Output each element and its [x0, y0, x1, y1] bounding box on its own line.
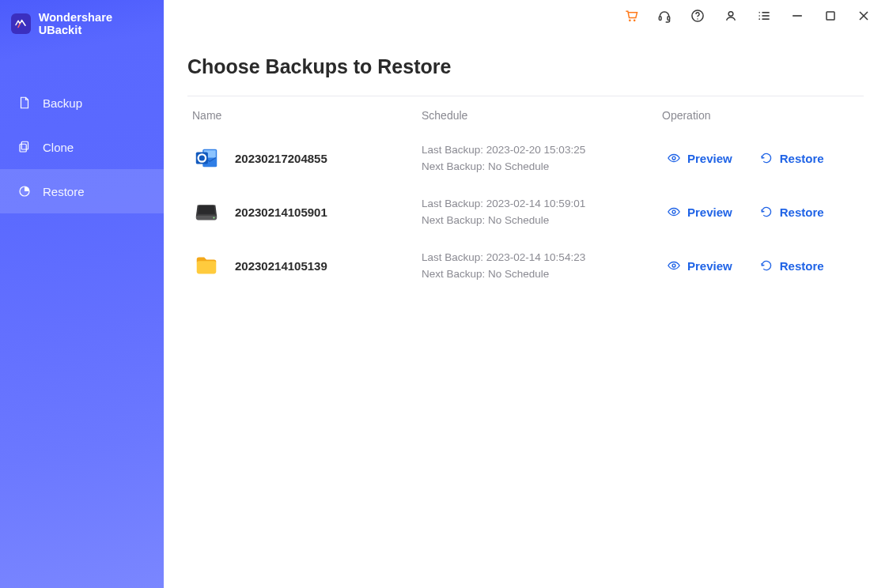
- svg-point-24: [672, 156, 675, 160]
- restore-label: Restore: [780, 152, 824, 165]
- svg-point-8: [697, 18, 698, 20]
- last-backup: Last Backup: 2023-02-14 10:54:23: [422, 251, 659, 263]
- backup-name: 20230217204855: [235, 152, 327, 165]
- app-title: Wondershare UBackit: [39, 11, 153, 36]
- sidebar-item-clone[interactable]: Clone: [0, 125, 164, 169]
- svg-point-4: [634, 20, 636, 22]
- sidebar-item-restore[interactable]: Restore: [0, 169, 164, 213]
- file-icon: [17, 96, 32, 110]
- col-schedule: Schedule: [422, 109, 659, 122]
- next-backup: Next Backup: No Schedule: [422, 160, 659, 172]
- cart-icon[interactable]: [623, 8, 639, 24]
- svg-point-26: [213, 217, 214, 219]
- menu-list-icon[interactable]: [756, 8, 772, 24]
- restore-label: Restore: [780, 205, 824, 219]
- preview-label: Preview: [687, 152, 732, 165]
- sidebar-item-label: Clone: [43, 141, 74, 154]
- folder-icon: [192, 251, 221, 280]
- svg-rect-1: [20, 144, 26, 152]
- cell-schedule: Last Backup: 2023-02-20 15:03:25 Next Ba…: [422, 144, 659, 172]
- preview-button[interactable]: Preview: [667, 205, 732, 219]
- restore-label: Restore: [780, 259, 824, 273]
- svg-point-15: [758, 18, 760, 20]
- svg-point-29: [672, 264, 675, 267]
- next-backup: Next Backup: No Schedule: [422, 268, 659, 280]
- svg-rect-6: [668, 17, 670, 21]
- app-window: Wondershare UBackit Backup Clone Restore: [0, 0, 889, 588]
- col-operation: Operation: [659, 109, 864, 122]
- last-backup: Last Backup: 2023-02-14 10:59:01: [422, 198, 659, 209]
- svg-point-3: [629, 20, 631, 22]
- backup-name: 20230214105901: [235, 205, 327, 219]
- restore-button[interactable]: Restore: [759, 258, 824, 273]
- cell-schedule: Last Backup: 2023-02-14 10:59:01 Next Ba…: [422, 198, 659, 226]
- minimize-icon[interactable]: [789, 8, 805, 24]
- main: Choose Backups to Restore Name Schedule …: [164, 0, 889, 588]
- svg-point-9: [728, 12, 733, 17]
- svg-point-14: [758, 15, 760, 17]
- copy-icon: [17, 140, 32, 154]
- svg-rect-5: [659, 17, 661, 21]
- disk-icon: [192, 198, 221, 226]
- headset-icon[interactable]: [656, 8, 672, 24]
- preview-label: Preview: [687, 259, 732, 273]
- sidebar-item-backup[interactable]: Backup: [0, 81, 164, 125]
- restore-button[interactable]: Restore: [759, 205, 824, 219]
- brand: Wondershare UBackit: [0, 8, 164, 51]
- cell-schedule: Last Backup: 2023-02-14 10:54:23 Next Ba…: [422, 251, 659, 280]
- col-name: Name: [192, 109, 422, 122]
- svg-rect-17: [827, 12, 834, 20]
- svg-rect-28: [197, 261, 217, 273]
- last-backup: Last Backup: 2023-02-20 15:03:25: [422, 144, 659, 156]
- window-toolbar: [164, 0, 889, 32]
- next-backup: Next Backup: No Schedule: [422, 214, 659, 226]
- pie-icon: [17, 184, 32, 198]
- sidebar: Wondershare UBackit Backup Clone Restore: [0, 0, 164, 588]
- cell-operation: Preview Restore: [659, 151, 864, 165]
- backup-table: Name Schedule Operation 20230217204855 L…: [164, 96, 889, 292]
- preview-label: Preview: [687, 205, 732, 219]
- svg-point-27: [672, 210, 675, 213]
- cell-name: 20230214105901: [192, 198, 422, 226]
- restore-button[interactable]: Restore: [759, 151, 824, 165]
- outlook-icon: [192, 144, 221, 172]
- page-title: Choose Backups to Restore: [164, 32, 889, 96]
- cell-operation: Preview Restore: [659, 258, 864, 273]
- table-header: Name Schedule Operation: [187, 96, 864, 131]
- app-logo-icon: [11, 13, 31, 34]
- close-icon[interactable]: [856, 8, 872, 24]
- svg-point-13: [758, 12, 760, 13]
- sidebar-item-label: Backup: [43, 96, 82, 110]
- cell-operation: Preview Restore: [659, 205, 864, 219]
- sidebar-nav: Backup Clone Restore: [0, 81, 164, 213]
- cell-name: 20230217204855: [192, 144, 422, 172]
- preview-button[interactable]: Preview: [667, 258, 732, 273]
- table-row: 20230217204855 Last Backup: 2023-02-20 1…: [187, 131, 864, 185]
- table-row: 20230214105901 Last Backup: 2023-02-14 1…: [187, 185, 864, 239]
- user-icon[interactable]: [723, 8, 739, 24]
- preview-button[interactable]: Preview: [667, 151, 732, 165]
- maximize-icon[interactable]: [823, 8, 838, 24]
- help-icon[interactable]: [690, 8, 706, 24]
- cell-name: 20230214105139: [192, 251, 422, 280]
- sidebar-item-label: Restore: [43, 185, 85, 198]
- table-row: 20230214105139 Last Backup: 2023-02-14 1…: [187, 239, 864, 292]
- backup-name: 20230214105139: [235, 259, 327, 273]
